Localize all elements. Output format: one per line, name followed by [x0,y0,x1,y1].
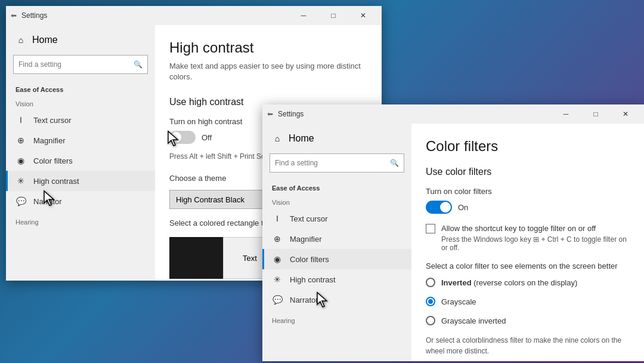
magnifier-icon-1: ⊕ [16,135,26,146]
page-desc-1: Make text and apps easier to see by usin… [169,61,367,82]
sidebar-item-label: Magnifier [33,136,65,145]
cf-toggle-state: On [458,203,468,212]
vision-label-1: Vision [6,96,155,110]
hearing-label-1: Hearing [6,211,155,228]
maximize-btn-1[interactable]: □ [320,6,347,25]
sidebar-home-1[interactable]: ⌂ Home [6,30,155,50]
text-preview-label: Text [243,254,257,263]
sidebar-item-magnifier-1[interactable]: ⊕ Magnifier [6,130,155,150]
title-bar-controls-2: ─ □ ✕ [552,104,639,124]
search-box-1[interactable]: 🔍 [13,55,148,74]
sidebar-item-color-filters-1[interactable]: ◉ Color filters [6,150,155,171]
radio-label-grayscale-inverted: Grayscale inverted [441,316,506,325]
text-cursor-icon-2: I [272,213,283,224]
sidebar-home-label-2: Home [289,133,314,144]
text-cursor-icon-1: I [16,115,26,125]
radio-label-inverted: Inverted (reverse colors on the display) [441,278,577,287]
shortcut-checkbox-content: Allow the shortcut key to toggle filter … [441,223,630,252]
close-btn-1[interactable]: ✕ [349,6,377,25]
sidebar-item-high-contrast-1[interactable]: ✳ High contrast [6,171,155,191]
search-box-2[interactable]: 🔍 [270,153,404,173]
radio-btn-grayscale[interactable] [426,297,435,306]
search-icon-2: 🔍 [390,159,399,167]
window-title-2: Settings [278,110,304,118]
radio-btn-inverted[interactable] [426,278,435,287]
high-contrast-icon-2: ✳ [272,274,283,285]
search-input-1[interactable] [18,60,134,69]
color-filters-main: Color filters Use color filters Turn on … [411,124,644,361]
filter-section-title: Select a color filter to see elements on… [426,262,630,270]
sidebar-item-label: Color filters [33,156,73,165]
sidebar-item-color-filters-2[interactable]: ◉ Color filters [262,249,411,269]
sidebar-item-narrator-2[interactable]: 💬 Narrator [262,290,411,310]
minimize-btn-1[interactable]: ─ [290,6,317,25]
sidebar-2: ⌂ Home 🔍 Ease of Access Vision I Text cu… [262,124,411,361]
checkbox-hint: Press the Windows logo key ⊞ + Ctrl + C … [441,235,630,252]
window-title-1: Settings [21,11,47,20]
home-icon-1: ⌂ [16,35,26,45]
home-icon-2: ⌂ [272,133,283,144]
magnifier-icon-2: ⊕ [272,233,283,244]
window-content-2: ⌂ Home 🔍 Ease of Access Vision I Text cu… [262,124,644,361]
title-bar-2: ⬅ Settings ─ □ ✕ [262,104,644,124]
sidebar-home-2[interactable]: ⌂ Home [262,128,411,149]
shortcut-checkbox-row: Allow the shortcut key to toggle filter … [426,223,630,252]
color-filters-window: ⬅ Settings ─ □ ✕ ⌂ Home 🔍 Ease of Access… [262,104,644,361]
narrator-icon-1: 💬 [16,196,26,207]
radio-btn-grayscale-inverted[interactable] [426,316,435,325]
cf-section-title: Use color filters [426,167,630,177]
cf-toggle-container: On [426,201,630,214]
sidebar-item-high-contrast-2[interactable]: ✳ High contrast [262,269,411,290]
sidebar-item-narrator-1[interactable]: 💬 Narrator [6,191,155,211]
theme-value-1: High Contrast Black [176,195,244,204]
radio-inverted[interactable]: Inverted (reverse colors on the display) [426,278,630,287]
color-swatch-1[interactable] [169,237,223,279]
sidebar-home-label-1: Home [32,35,58,45]
sidebar-item-label: High contrast [33,177,79,186]
search-input-2[interactable] [275,159,390,167]
minimize-btn-2[interactable]: ─ [552,104,580,124]
cf-title: Color filters [426,138,630,155]
title-bar-1: ⬅ Settings ─ □ ✕ [6,6,382,25]
color-filters-icon-1: ◉ [16,155,26,166]
sidebar-item-label: Text cursor [290,214,328,223]
ease-of-access-label-2: Ease of Access [262,177,411,194]
page-title-1: High contrast [169,39,367,56]
checkbox-label: Allow the shortcut key to toggle filter … [441,223,630,234]
sidebar-item-label: Text cursor [33,116,72,125]
ease-of-access-label-1: Ease of Access [6,79,155,96]
sidebar-item-magnifier-2[interactable]: ⊕ Magnifier [262,229,411,249]
toggle-thumb-1 [171,132,181,143]
sidebar-item-text-cursor-2[interactable]: I Text cursor [262,208,411,229]
sidebar-item-label: High contrast [290,275,336,284]
vision-label-2: Vision [262,194,411,208]
color-filters-toggle[interactable] [426,201,452,214]
sidebar-item-label: Magnifier [290,235,321,244]
sidebar-1: ⌂ Home 🔍 Ease of Access Vision I Text cu… [6,25,155,281]
narrator-icon-2: 💬 [272,294,283,305]
radio-grayscale[interactable]: Grayscale [426,297,630,306]
toggle-state-1: Off [202,133,212,142]
maximize-btn-2[interactable]: □ [582,104,609,124]
radio-label-grayscale: Grayscale [441,297,476,306]
close-btn-2[interactable]: ✕ [612,104,639,124]
search-icon-1: 🔍 [134,60,143,69]
high-contrast-icon-1: ✳ [16,176,26,186]
color-filters-icon-2: ◉ [272,254,283,264]
title-bar-controls-1: ─ □ ✕ [290,6,377,25]
radio-grayscale-inverted[interactable]: Grayscale inverted [426,316,630,325]
back-btn-2[interactable]: ⬅ [267,110,273,118]
high-contrast-toggle[interactable] [169,131,196,144]
watermark: UGETFIX [602,350,637,358]
sidebar-item-label: Narrator [33,197,62,206]
bottom-text: Or select a colorblindness filter to mak… [426,335,630,356]
cf-toggle-thumb [440,202,451,213]
cf-toggle-label: Turn on color filters [426,187,630,196]
sidebar-item-label: Color filters [290,255,329,264]
shortcut-checkbox[interactable] [426,224,435,233]
sidebar-item-text-cursor-1[interactable]: I Text cursor [6,110,155,130]
sidebar-item-label: Narrator [290,296,318,304]
hearing-label-2: Hearing [262,310,411,327]
